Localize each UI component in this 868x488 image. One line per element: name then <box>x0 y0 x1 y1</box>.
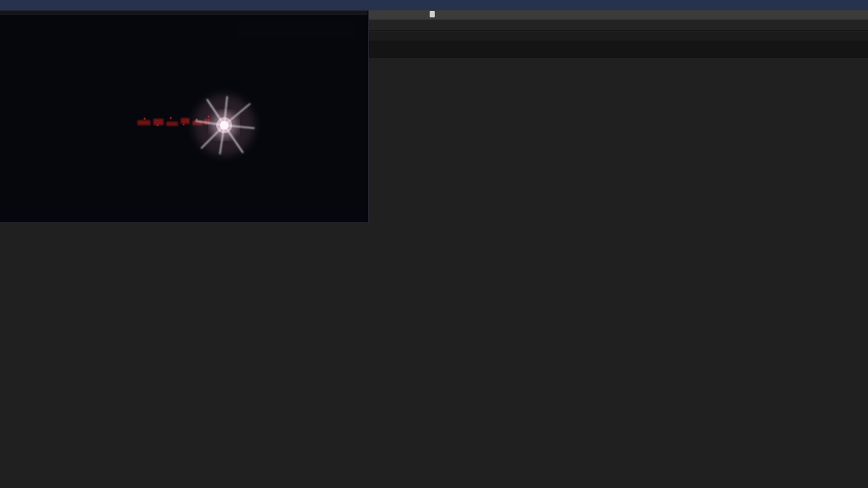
video-frame <box>0 11 367 222</box>
nuendo-app <box>0 0 868 488</box>
menu-bar <box>0 0 868 10</box>
explosion-visual <box>194 95 255 156</box>
video-timecode <box>237 20 356 38</box>
document-icon <box>430 11 435 17</box>
video-player-overlay[interactable] <box>0 10 369 223</box>
